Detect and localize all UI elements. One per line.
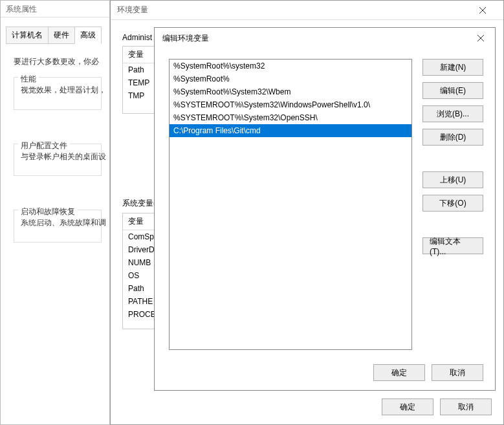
system-properties-window: 系统属性 计算机名 硬件 高级 要进行大多数更改，你必 性能 视觉效果，处理器计…: [0, 0, 110, 425]
tab-hardware[interactable]: 硬件: [48, 27, 75, 44]
edit-footer: 确定 取消: [373, 364, 483, 381]
new-button[interactable]: 新建(N): [422, 59, 483, 76]
sysprops-body: 要进行大多数更改，你必 性能 视觉效果，处理器计划， 用户配置文件 与登录帐户相…: [1, 44, 109, 250]
edit-button[interactable]: 编辑(E): [422, 82, 483, 99]
path-entry[interactable]: %SystemRoot%\system32: [170, 60, 411, 72]
edit-titlebar: 编辑环境变量: [155, 28, 495, 49]
delete-button[interactable]: 删除(D): [422, 129, 483, 146]
edit-text-button[interactable]: 编辑文本(T)...: [422, 237, 483, 254]
move-down-button[interactable]: 下移(O): [422, 195, 483, 212]
performance-fieldset: 性能 视觉效果，处理器计划，: [14, 77, 102, 110]
path-entry[interactable]: %SYSTEMROOT%\System32\WindowsPowerShell\…: [170, 98, 411, 111]
sysprops-title: 系统属性: [6, 5, 37, 14]
edit-button-column: 新建(N) 编辑(E) 浏览(B)... 删除(D) 上移(U) 下移(O) 编…: [422, 59, 483, 350]
edit-env-var-dialog: 编辑环境变量 %SystemRoot%\system32 %SystemRoot…: [154, 27, 496, 391]
userprofile-legend: 用户配置文件: [18, 138, 70, 153]
edit-title: 编辑环境变量: [162, 33, 209, 44]
performance-legend: 性能: [18, 72, 39, 87]
path-entry[interactable]: %SYSTEMROOT%\System32\OpenSSH\: [170, 111, 411, 124]
startup-fieldset: 启动和故障恢复 系统启动、系统故障和调: [14, 210, 102, 243]
edit-cancel-button[interactable]: 取消: [432, 364, 483, 381]
tab-computer-name[interactable]: 计算机名: [6, 27, 49, 44]
env-title: 环境变量: [117, 5, 148, 16]
path-entry[interactable]: %SystemRoot%: [170, 72, 411, 85]
path-entry-selected[interactable]: C:\Program Files\Git\cmd: [170, 124, 411, 137]
env-footer: 确定 取消: [382, 398, 492, 415]
userprofile-fieldset: 用户配置文件 与登录帐户相关的桌面设: [14, 144, 102, 177]
tab-advanced[interactable]: 高级: [74, 27, 102, 44]
sysprops-titlebar: 系统属性: [1, 1, 109, 17]
sysprops-intro-text: 要进行大多数更改，你必: [14, 54, 102, 69]
env-ok-button[interactable]: 确定: [382, 398, 433, 415]
sysprops-tabs: 计算机名 硬件 高级: [1, 27, 109, 44]
close-icon: [479, 7, 486, 14]
env-titlebar: 环境变量: [111, 1, 503, 20]
edit-ok-button[interactable]: 确定: [373, 364, 425, 381]
move-up-button[interactable]: 上移(U): [422, 171, 483, 188]
env-cancel-button[interactable]: 取消: [440, 398, 492, 415]
path-entry[interactable]: %SystemRoot%\System32\Wbem: [170, 85, 411, 98]
env-close-button[interactable]: [468, 1, 497, 20]
edit-close-button[interactable]: [466, 28, 495, 49]
path-entries-list[interactable]: %SystemRoot%\system32 %SystemRoot% %Syst…: [169, 59, 412, 350]
edit-body: %SystemRoot%\system32 %SystemRoot% %Syst…: [155, 49, 495, 358]
close-icon: [477, 35, 484, 41]
browse-button[interactable]: 浏览(B)...: [422, 105, 483, 122]
startup-legend: 启动和故障恢复: [18, 204, 78, 219]
